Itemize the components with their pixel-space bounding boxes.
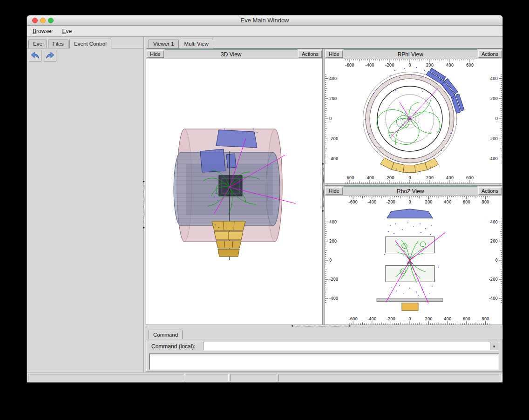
svg-text:200: 200 [329, 96, 337, 101]
svg-text:600: 600 [463, 200, 470, 204]
svg-text:200: 200 [426, 63, 434, 68]
svg-text:0: 0 [408, 317, 411, 321]
svg-text:800: 800 [482, 200, 489, 204]
svg-text:0: 0 [408, 63, 411, 68]
vertex-marker [229, 186, 231, 188]
splitter-arrow-icon[interactable]: ▸ [143, 226, 145, 230]
svg-text:-600: -600 [345, 63, 354, 68]
svg-text:800: 800 [482, 317, 489, 321]
splitter-arrow-icon[interactable]: ▸ [143, 180, 145, 183]
svg-text:200: 200 [490, 239, 498, 244]
tab-viewer-1[interactable]: Viewer 1 [149, 40, 179, 48]
svg-text:400: 400 [446, 63, 454, 68]
svg-text:0: 0 [495, 116, 498, 121]
rphi-event-display[interactable]: -600-600-400-400-200-2000020020040040060… [325, 59, 502, 183]
statusbar [27, 372, 502, 382]
left-tabrow: Eve Files Event Control [27, 39, 143, 48]
splitter-arrow-icon[interactable]: ▸ [322, 162, 324, 166]
hide-button-rhoz[interactable]: Hide [326, 187, 343, 195]
command-dropdown-button[interactable]: ▾ [490, 342, 498, 350]
event-nav-toolbar [27, 48, 143, 63]
svg-text:-600: -600 [349, 200, 358, 204]
splitter-handle[interactable] [323, 168, 324, 207]
command-input[interactable] [203, 342, 490, 350]
svg-text:200: 200 [426, 176, 434, 180]
svg-text:-200: -200 [329, 136, 338, 141]
status-cell [230, 374, 277, 381]
eve-main-window: Eve Main Window Browser Eve Eve Files Ev… [27, 15, 503, 383]
tab-multi-view[interactable]: Multi View [180, 39, 213, 48]
svg-text:0: 0 [495, 258, 498, 263]
view-panel-rphi: Hide RPhi View Actions [325, 49, 502, 184]
rhoz-event-display[interactable]: -600-600-400-400-200-2000020020040040060… [325, 196, 502, 325]
view-title-3d: 3D View [165, 49, 298, 59]
svg-text:0: 0 [329, 116, 332, 121]
svg-text:200: 200 [490, 96, 498, 101]
vertex-marker [407, 257, 413, 264]
actions-button-3d[interactable]: Actions [298, 50, 322, 58]
svg-text:400: 400 [329, 76, 337, 81]
svg-text:-200: -200 [385, 63, 394, 68]
splitter-arrow-icon[interactable]: ◂ [291, 324, 293, 328]
svg-text:-200: -200 [329, 277, 338, 282]
actions-button-rphi[interactable]: Actions [478, 50, 502, 58]
splitter-arrow-icon[interactable]: ▸ [349, 324, 351, 328]
splitter-handle[interactable] [296, 326, 348, 326]
command-frame: Command (local): ▾ [146, 339, 502, 372]
svg-text:200: 200 [425, 317, 433, 321]
3d-event-display[interactable] [146, 59, 322, 325]
forward-arrow-icon [45, 54, 55, 61]
svg-text:-400: -400 [365, 176, 374, 180]
hide-button-3d[interactable]: Hide [147, 50, 164, 58]
svg-text:-400: -400 [489, 296, 498, 301]
menubar: Browser Eve [27, 26, 502, 37]
viewport-rhoz[interactable]: -600-600-400-400-200-2000020020040040060… [325, 196, 502, 325]
status-cell [186, 374, 229, 381]
multi-view-frame: Hide 3D View Actions [146, 48, 502, 325]
svg-text:400: 400 [444, 317, 451, 321]
menu-item-browser[interactable]: Browser [29, 27, 57, 35]
splitter-handle[interactable] [144, 185, 144, 224]
view-title-rhoz: RhoZ View [344, 186, 477, 196]
viewer-area: Viewer 1 Multi View Hide 3D View Actions [145, 37, 502, 372]
view-title-rphi: RPhi View [344, 49, 477, 59]
command-output[interactable] [149, 353, 499, 370]
actions-button-rhoz[interactable]: Actions [478, 187, 502, 195]
tab-eve[interactable]: Eve [28, 40, 47, 48]
status-cell [28, 374, 184, 381]
svg-text:-600: -600 [345, 176, 354, 180]
command-tabrow: Command [149, 329, 183, 339]
svg-text:-400: -400 [365, 63, 374, 68]
svg-text:200: 200 [425, 200, 433, 204]
svg-text:0: 0 [408, 176, 411, 180]
tab-command[interactable]: Command [149, 330, 183, 339]
svg-text:200: 200 [329, 239, 337, 244]
hide-button-rphi[interactable]: Hide [326, 50, 343, 58]
previous-event-button[interactable] [29, 50, 41, 61]
view-panel-rhoz: Hide RhoZ View Actions [325, 186, 502, 325]
svg-text:-200: -200 [489, 136, 498, 141]
viewport-3d[interactable] [146, 59, 322, 325]
menu-item-eve[interactable]: Eve [58, 27, 75, 35]
svg-text:-400: -400 [329, 296, 338, 301]
back-arrow-icon [30, 54, 40, 61]
svg-text:400: 400 [490, 76, 498, 81]
views-right-column: Hide RPhi View Actions [325, 49, 502, 325]
titlebar[interactable]: Eve Main Window [27, 15, 502, 26]
next-event-button[interactable] [44, 50, 56, 61]
view-header-rhoz: Hide RhoZ View Actions [325, 186, 502, 196]
tab-files[interactable]: Files [48, 40, 68, 48]
svg-text:-400: -400 [329, 156, 338, 161]
svg-text:-600: -600 [349, 317, 358, 321]
command-combobox: ▾ [203, 342, 498, 351]
svg-text:0: 0 [329, 258, 332, 263]
viewer-tabrow: Viewer 1 Multi View [147, 39, 502, 48]
svg-text:-200: -200 [387, 317, 395, 321]
svg-text:-400: -400 [489, 156, 498, 161]
tab-event-control[interactable]: Event Control [69, 39, 111, 48]
splitter-arrow-icon[interactable]: ▸ [322, 209, 324, 213]
svg-text:600: 600 [466, 63, 474, 68]
viewport-rphi[interactable]: -600-600-400-400-200-2000020020040040060… [325, 59, 502, 183]
svg-text:400: 400 [329, 220, 337, 224]
window-title: Eve Main Window [27, 17, 502, 24]
